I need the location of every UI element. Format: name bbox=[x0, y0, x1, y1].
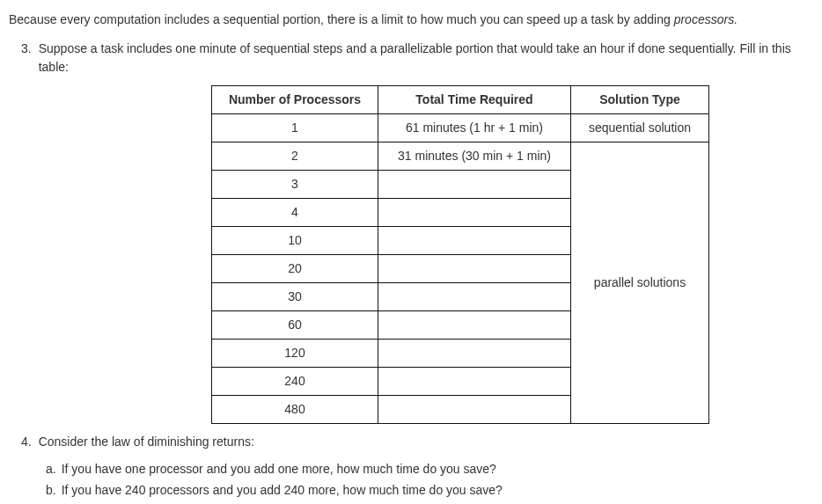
cell-time bbox=[378, 368, 571, 396]
table-row: 2 31 minutes (30 min + 1 min) parallel s… bbox=[212, 142, 709, 171]
q3-marker: 3. bbox=[21, 40, 32, 77]
cell-time bbox=[378, 396, 571, 424]
cell-proc: 2 bbox=[212, 142, 378, 171]
cell-time bbox=[378, 283, 571, 311]
intro-pre: Because every computation includes a seq… bbox=[9, 12, 674, 26]
cell-time: 61 minutes (1 hr + 1 min) bbox=[378, 114, 571, 142]
cell-type-parallel: parallel solutions bbox=[571, 142, 709, 424]
q4a-text: If you have one processor and you add on… bbox=[62, 460, 496, 478]
th-processors: Number of Processors bbox=[212, 86, 378, 114]
question-3: 3. Suppose a task includes one minute of… bbox=[9, 40, 813, 77]
q4-subitems: a. If you have one processor and you add… bbox=[9, 460, 813, 500]
table-header-row: Number of Processors Total Time Required… bbox=[212, 86, 709, 114]
cell-proc: 20 bbox=[212, 255, 378, 283]
table-row: 1 61 minutes (1 hr + 1 min) sequential s… bbox=[212, 114, 709, 142]
cell-time: 31 minutes (30 min + 1 min) bbox=[378, 142, 571, 171]
cell-proc: 60 bbox=[212, 311, 378, 340]
cell-time bbox=[378, 199, 571, 227]
q4a-marker: a. bbox=[46, 460, 56, 478]
cell-proc: 480 bbox=[212, 396, 378, 424]
cell-type: sequential solution bbox=[571, 114, 709, 142]
q4-marker: 4. bbox=[21, 433, 32, 451]
cell-time bbox=[378, 340, 571, 368]
cell-time bbox=[378, 227, 571, 255]
q4a: a. If you have one processor and you add… bbox=[46, 460, 813, 478]
cell-proc: 10 bbox=[212, 227, 378, 255]
th-time: Total Time Required bbox=[378, 86, 571, 114]
cell-proc: 240 bbox=[212, 368, 378, 396]
cell-time bbox=[378, 311, 571, 340]
cell-proc: 30 bbox=[212, 283, 378, 311]
cell-time bbox=[378, 255, 571, 283]
cell-proc: 4 bbox=[212, 199, 378, 227]
cell-proc: 3 bbox=[212, 171, 378, 199]
q3-body: Suppose a task includes one minute of se… bbox=[39, 40, 813, 77]
cell-time bbox=[378, 171, 571, 199]
q4b-text: If you have 240 processors and you add 2… bbox=[62, 481, 503, 500]
q4b-marker: b. bbox=[46, 481, 56, 500]
q4-body: Consider the law of diminishing returns: bbox=[39, 433, 813, 451]
th-type: Solution Type bbox=[571, 86, 709, 114]
cell-proc: 120 bbox=[212, 340, 378, 368]
processors-table: Number of Processors Total Time Required… bbox=[211, 85, 709, 424]
question-4: 4. Consider the law of diminishing retur… bbox=[9, 433, 813, 451]
cell-proc: 1 bbox=[212, 114, 378, 142]
q4b: b. If you have 240 processors and you ad… bbox=[46, 481, 813, 500]
intro-text: Because every computation includes a seq… bbox=[9, 11, 813, 29]
intro-em: processors. bbox=[674, 12, 738, 26]
